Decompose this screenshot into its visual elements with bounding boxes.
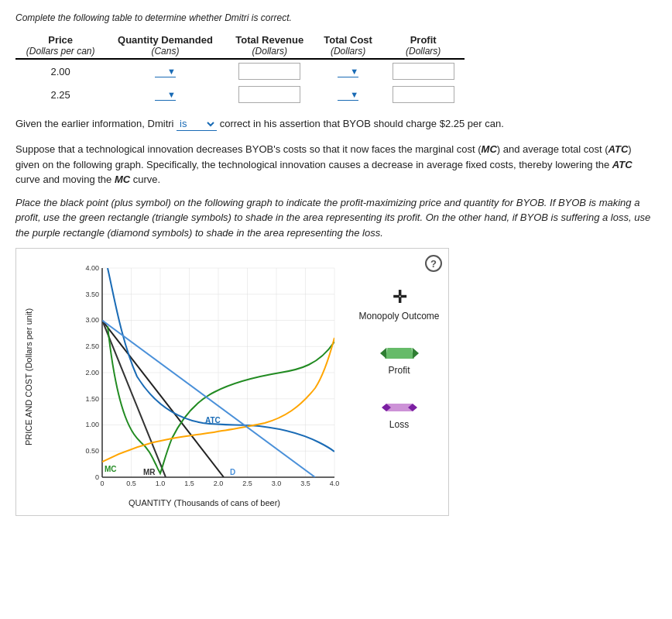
x-axis-label: QUANTITY (Thousands of cans of beer): [67, 498, 342, 507]
cost-dropdown-arrow-2: ▼: [350, 90, 358, 99]
cost-cell-1[interactable]: ▼: [314, 59, 382, 83]
table-row: 2.25 ▼ ▼: [15, 83, 465, 106]
svg-text:2.50: 2.50: [85, 342, 99, 350]
monopoly-outcome-label: Monopoly Outcome: [358, 311, 439, 322]
qty-dropdown-2[interactable]: [155, 88, 167, 100]
monopoly-outcome-legend[interactable]: ✛ Monopoly Outcome: [358, 287, 439, 322]
profit-input-2[interactable]: [393, 86, 454, 103]
revenue-cell-1[interactable]: [225, 59, 314, 83]
col-header-cost: Total Cost (Dollars): [314, 33, 382, 58]
data-table: Price (Dollars per can) Quantity Demande…: [15, 33, 465, 106]
mr-label: MR: [143, 468, 156, 476]
svg-text:3.50: 3.50: [85, 291, 99, 298]
price-cell-2: 2.25: [15, 83, 105, 106]
profit-symbol[interactable]: [379, 345, 420, 362]
svg-text:0: 0: [95, 473, 99, 481]
table-row: 2.00 ▼ ▼: [15, 59, 465, 83]
col-header-price: Price (Dollars per can): [15, 33, 105, 58]
profit-input-1[interactable]: [393, 63, 454, 80]
paragraph-2: Place the black point (plus symbol) on t…: [15, 195, 657, 241]
revenue-input-2[interactable]: [238, 86, 300, 103]
svg-text:1.0: 1.0: [156, 480, 166, 487]
svg-text:3.5: 3.5: [300, 480, 310, 487]
mc-label: MC: [105, 465, 117, 473]
y-axis-label: PRICE AND COST (Dollars per unit): [24, 256, 33, 497]
profit-label: Profit: [388, 365, 410, 376]
chart-svg: 0 0.50 1.00 1.50 2.00 2.50 3.00 3.50 4.0…: [79, 264, 342, 497]
d-label: D: [230, 468, 235, 476]
svg-text:1.50: 1.50: [85, 395, 99, 403]
col-header-profit: Profit (Dollars): [382, 33, 465, 58]
monopoly-outcome-symbol[interactable]: ✛: [393, 287, 406, 308]
qty-dropdown-arrow-1: ▼: [167, 67, 176, 76]
graph-section: ? PRICE AND COST (Dollars per unit): [15, 248, 449, 516]
svg-text:2.0: 2.0: [214, 480, 224, 487]
svg-text:1.00: 1.00: [85, 421, 99, 428]
qty-dropdown-arrow-2: ▼: [167, 90, 176, 99]
loss-symbol[interactable]: [379, 399, 420, 416]
atc-label: ATC: [205, 416, 221, 425]
svg-text:2.00: 2.00: [85, 369, 99, 377]
col-header-revenue: Total Revenue (Dollars): [225, 33, 314, 58]
cost-dropdown-1[interactable]: [338, 65, 350, 77]
dmitri-assertion-line: Given the earlier information, Dmitri is…: [15, 117, 657, 131]
paragraph-1: Suppose that a technological innovation …: [15, 142, 657, 187]
svg-text:0: 0: [100, 480, 104, 487]
dmitri-dropdown[interactable]: is is not: [177, 117, 217, 131]
chart-area[interactable]: 0 0.50 1.00 1.50 2.00 2.50 3.00 3.50 4.0…: [79, 264, 342, 497]
svg-text:4.0: 4.0: [330, 480, 340, 487]
revenue-input-1[interactable]: [238, 63, 300, 80]
legend-area: ✛ Monopoly Outcome Profit Loss: [342, 256, 441, 507]
dmitri-suffix: correct in his assertion that BYOB shoul…: [220, 118, 504, 129]
svg-text:3.0: 3.0: [272, 480, 282, 487]
svg-rect-45: [386, 348, 413, 359]
qty-cell-2[interactable]: ▼: [105, 83, 225, 106]
svg-text:4.00: 4.00: [85, 264, 99, 272]
cost-cell-2[interactable]: ▼: [314, 83, 382, 106]
instruction-text: Complete the following table to determin…: [15, 12, 657, 23]
svg-text:1.5: 1.5: [184, 480, 194, 487]
svg-text:3.00: 3.00: [85, 316, 99, 324]
profit-cell-2[interactable]: [382, 83, 465, 106]
qty-dropdown-1[interactable]: [155, 65, 167, 77]
cost-dropdown-2[interactable]: [338, 88, 350, 100]
price-cell-1: 2.00: [15, 59, 105, 83]
help-icon[interactable]: ?: [425, 255, 442, 272]
loss-legend[interactable]: Loss: [379, 399, 420, 430]
col-header-qty: Quantity Demanded (Cans): [105, 33, 225, 58]
svg-text:2.5: 2.5: [242, 480, 252, 487]
svg-marker-44: [413, 348, 419, 359]
qty-cell-1[interactable]: ▼: [105, 59, 225, 83]
cost-dropdown-arrow-1: ▼: [350, 67, 358, 76]
dmitri-prefix: Given the earlier information, Dmitri: [15, 118, 173, 129]
svg-text:0.50: 0.50: [85, 447, 99, 455]
profit-cell-1[interactable]: [382, 59, 465, 83]
profit-legend[interactable]: Profit: [379, 345, 420, 376]
svg-marker-43: [380, 348, 386, 359]
revenue-cell-2[interactable]: [225, 83, 314, 106]
loss-label: Loss: [389, 419, 409, 430]
svg-text:0.5: 0.5: [126, 480, 136, 487]
